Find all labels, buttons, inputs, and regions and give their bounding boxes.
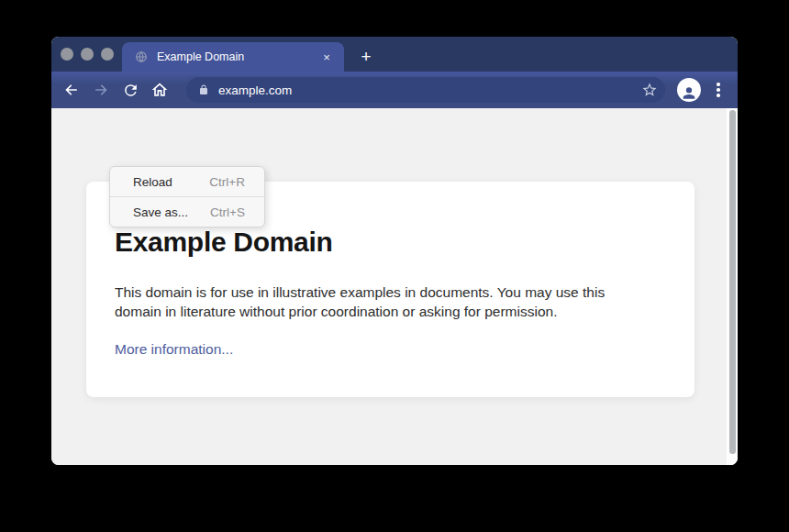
- bookmark-star-icon[interactable]: [641, 82, 658, 98]
- toolbar: example.com: [51, 72, 738, 108]
- page-title: Example Domain: [115, 227, 658, 258]
- address-bar[interactable]: example.com: [186, 77, 665, 103]
- window-close-button[interactable]: [61, 48, 73, 61]
- kebab-dot-icon: [717, 83, 720, 86]
- person-icon: [680, 84, 698, 102]
- browser-window: Example Domain × +: [51, 37, 738, 465]
- page-viewport: Example Domain This domain is for use in…: [51, 108, 738, 465]
- window-controls: [61, 48, 114, 61]
- tab-close-icon[interactable]: ×: [318, 49, 335, 65]
- menu-item-shortcut: Ctrl+S: [210, 205, 245, 219]
- back-button[interactable]: [57, 75, 86, 105]
- url-text[interactable]: example.com: [218, 83, 641, 97]
- home-icon: [150, 81, 169, 99]
- titlebar: Example Domain × +: [51, 37, 738, 72]
- forward-arrow-icon: [92, 81, 110, 99]
- profile-avatar-button[interactable]: [677, 78, 701, 102]
- context-menu-item-save-as[interactable]: Save as... Ctrl+S: [110, 197, 264, 227]
- paragraph-line: domain in literature without prior coord…: [115, 302, 658, 321]
- forward-button[interactable]: [86, 75, 116, 105]
- tab-title: Example Domain: [157, 50, 318, 63]
- kebab-dot-icon: [717, 88, 720, 92]
- menu-item-shortcut: Ctrl+R: [209, 175, 245, 189]
- paragraph-line: This domain is for use in illustrative e…: [115, 283, 658, 302]
- reload-button[interactable]: [116, 75, 145, 105]
- page-paragraph: This domain is for use in illustrative e…: [115, 283, 658, 321]
- back-arrow-icon: [62, 81, 81, 99]
- scrollbar-track[interactable]: [727, 108, 738, 465]
- tab-favicon-globe-icon: [135, 50, 148, 63]
- menu-item-label: Reload: [133, 175, 172, 189]
- home-button[interactable]: [145, 75, 174, 105]
- window-zoom-button[interactable]: [101, 48, 114, 61]
- lock-icon: [198, 83, 209, 96]
- context-menu-item-reload[interactable]: Reload Ctrl+R: [110, 167, 264, 196]
- menu-item-label: Save as...: [133, 205, 188, 219]
- tab-example-domain[interactable]: Example Domain ×: [122, 42, 344, 72]
- context-menu: Reload Ctrl+R Save as... Ctrl+S: [109, 166, 265, 227]
- window-minimize-button[interactable]: [81, 48, 94, 61]
- new-tab-button[interactable]: +: [356, 46, 376, 68]
- scrollbar-thumb[interactable]: [729, 110, 736, 454]
- kebab-dot-icon: [717, 94, 720, 97]
- reload-icon: [122, 82, 139, 99]
- more-information-link[interactable]: More information...: [115, 341, 233, 357]
- browser-menu-button[interactable]: [710, 79, 727, 101]
